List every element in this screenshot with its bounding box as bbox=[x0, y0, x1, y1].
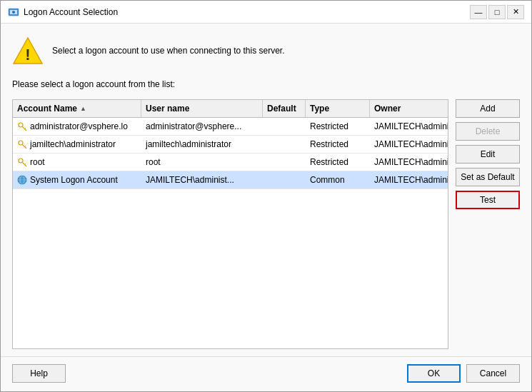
delete-button[interactable]: Delete bbox=[456, 122, 520, 141]
main-area: Account Name ▲ User name Default Type Ow… bbox=[12, 99, 520, 349]
cell-owner: JAMILTECH\admini... bbox=[370, 136, 448, 153]
key-icon bbox=[17, 121, 27, 131]
set-as-default-button[interactable]: Set as Default bbox=[456, 168, 520, 186]
table-row[interactable]: administrator@vsphere.lo administrator@v… bbox=[13, 118, 448, 136]
title-buttons: — □ ✕ bbox=[470, 5, 524, 19]
col-type[interactable]: Type bbox=[306, 100, 370, 117]
cell-account-name: root bbox=[13, 154, 141, 171]
cell-user-name: root bbox=[141, 154, 263, 171]
cell-default bbox=[263, 136, 306, 153]
button-panel: Add Delete Edit Set as Default Test bbox=[456, 99, 520, 349]
footer-right: OK Cancel bbox=[407, 364, 520, 383]
cell-owner: JAMILTECH\admini... bbox=[370, 171, 448, 189]
header-message: Select a logon account to use when conne… bbox=[52, 46, 285, 56]
svg-line-7 bbox=[24, 128, 26, 129]
cell-user-name: administrator@vsphere... bbox=[141, 118, 263, 135]
table-row[interactable]: System Logon Account JAMILTECH\administ.… bbox=[13, 171, 448, 189]
table-header: Account Name ▲ User name Default Type Ow… bbox=[13, 100, 448, 118]
col-account-name[interactable]: Account Name ▲ bbox=[13, 100, 141, 117]
cell-type: Restricted bbox=[306, 154, 370, 171]
svg-point-2 bbox=[12, 11, 15, 14]
close-button[interactable]: ✕ bbox=[507, 5, 524, 19]
table-row[interactable]: root root Restricted JAMILTECH\admini... bbox=[13, 154, 448, 171]
cell-owner: JAMILTECH\admini... bbox=[370, 154, 448, 171]
cell-type: Restricted bbox=[306, 118, 370, 135]
header-section: ! Select a logon account to use when con… bbox=[12, 35, 520, 72]
cell-owner: JAMILTECH\admini... bbox=[370, 118, 448, 135]
col-default[interactable]: Default bbox=[263, 100, 306, 117]
add-button[interactable]: Add bbox=[456, 99, 520, 118]
dialog-title: Logon Account Selection bbox=[24, 7, 118, 17]
title-bar: Logon Account Selection — □ ✕ bbox=[1, 1, 531, 24]
key-icon bbox=[17, 139, 27, 149]
minimize-button[interactable]: — bbox=[470, 5, 487, 19]
dialog-body: ! Select a logon account to use when con… bbox=[1, 24, 531, 356]
cell-account-name: System Logon Account bbox=[13, 171, 141, 189]
sort-arrow-asc: ▲ bbox=[80, 105, 86, 112]
dialog-footer: Help OK Cancel bbox=[1, 356, 531, 391]
col-user-name[interactable]: User name bbox=[141, 100, 263, 117]
globe-icon bbox=[17, 175, 27, 185]
cell-type: Restricted bbox=[306, 136, 370, 153]
table-row[interactable]: jamiltech\administrator jamiltech\admini… bbox=[13, 136, 448, 154]
cell-default bbox=[263, 171, 306, 189]
accounts-table: Account Name ▲ User name Default Type Ow… bbox=[12, 99, 448, 349]
col-owner[interactable]: Owner bbox=[370, 100, 448, 117]
title-bar-left: Logon Account Selection bbox=[8, 6, 118, 18]
ok-button[interactable]: OK bbox=[407, 364, 461, 383]
svg-line-10 bbox=[24, 146, 26, 147]
test-button[interactable]: Test bbox=[456, 191, 520, 209]
cell-type: Common bbox=[306, 171, 370, 189]
warning-icon: ! bbox=[12, 35, 44, 66]
key-icon bbox=[17, 157, 27, 167]
svg-line-13 bbox=[24, 164, 26, 165]
svg-text:!: ! bbox=[25, 46, 30, 64]
cell-account-name: jamiltech\administrator bbox=[13, 136, 141, 153]
cell-default bbox=[263, 118, 306, 135]
select-label: Please select a logon account from the l… bbox=[12, 79, 520, 89]
app-icon bbox=[8, 6, 19, 18]
cell-default bbox=[263, 154, 306, 171]
svg-point-5 bbox=[19, 123, 23, 127]
edit-button[interactable]: Edit bbox=[456, 145, 520, 164]
maximize-button[interactable]: □ bbox=[488, 5, 506, 19]
help-button[interactable]: Help bbox=[12, 364, 66, 383]
svg-point-8 bbox=[19, 141, 23, 145]
dialog: Logon Account Selection — □ ✕ ! Select a… bbox=[0, 0, 532, 392]
cell-user-name: jamiltech\administrator bbox=[141, 136, 263, 153]
cancel-button[interactable]: Cancel bbox=[466, 364, 520, 383]
table-body: administrator@vsphere.lo administrator@v… bbox=[13, 118, 448, 348]
cell-user-name: JAMILTECH\administ... bbox=[141, 171, 263, 189]
svg-point-11 bbox=[19, 159, 23, 163]
cell-account-name: administrator@vsphere.lo bbox=[13, 118, 141, 135]
